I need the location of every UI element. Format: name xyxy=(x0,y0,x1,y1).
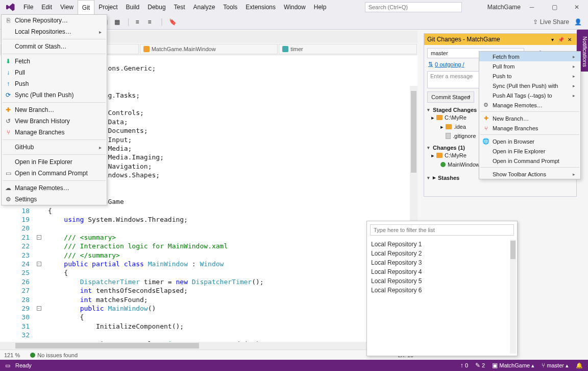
status-edits[interactable]: ✎ 2 xyxy=(475,362,485,369)
git-menu-commit-stash[interactable]: Commit or Stash… xyxy=(2,41,107,52)
status-repo[interactable]: ▣ MatchGame ▴ xyxy=(492,362,534,369)
git-menu-pull[interactable]: ↓Pull xyxy=(2,67,107,78)
ctx-manage-branches[interactable]: ⑂Manage Branches xyxy=(479,123,580,133)
nav-class-dropdown[interactable]: MatchGame.MainWindow xyxy=(140,44,278,54)
live-share-button[interactable]: ⇪ Live Share xyxy=(533,18,569,26)
git-more-context-menu: Fetch from▸ Pull from▸ Push to▸ Sync (Pu… xyxy=(479,51,581,179)
title-bar: FileEditViewGitProjectBuildDebugTestAnal… xyxy=(0,0,588,14)
repo-item[interactable]: Local Repository 3 xyxy=(370,259,514,268)
editor-status-bar: 121 % No issues found Ln: 16 xyxy=(0,350,418,360)
status-indicator-icon: ▭ xyxy=(5,362,10,369)
push-icon: ↑ xyxy=(5,80,12,87)
menu-help[interactable]: Help xyxy=(310,0,331,14)
toolbar-glyph-4[interactable]: ≡ xyxy=(148,18,155,26)
cs-file-icon xyxy=(440,162,446,167)
pull-icon: ↓ xyxy=(5,69,12,76)
git-menu-local-repos[interactable]: Local Repositories…▸ xyxy=(2,26,107,37)
bookmark-icon[interactable]: 🔖 xyxy=(169,18,176,26)
branches-icon: ⑂ xyxy=(482,125,489,132)
ctx-manage-remotes[interactable]: ⚙Manage Remotes… xyxy=(479,100,580,110)
ctx-open-browser[interactable]: 🌐Open in Browser xyxy=(479,136,580,146)
panel-close-icon[interactable]: ✕ xyxy=(566,36,573,43)
clone-icon: ⎘ xyxy=(5,17,12,24)
ctx-push-all-tags[interactable]: Push All Tags (--tags) to▸ xyxy=(479,90,580,100)
globe-icon: 🌐 xyxy=(482,138,489,145)
menu-tools[interactable]: Tools xyxy=(219,0,241,14)
local-repos-popup: Local Repository 1Local Repository 2Loca… xyxy=(366,221,518,356)
project-title: MatchGame xyxy=(487,4,521,11)
ctx-new-branch[interactable]: ✚New Branch… xyxy=(479,113,580,123)
new-branch-icon: ✚ xyxy=(5,106,12,113)
zoom-level[interactable]: 121 % xyxy=(4,352,20,358)
git-menu-new-branch[interactable]: ✚New Branch… xyxy=(2,104,107,115)
error-status[interactable]: No issues found xyxy=(30,352,78,358)
horizontal-scrollbar[interactable] xyxy=(0,342,418,350)
close-button[interactable]: ✕ xyxy=(566,0,588,14)
menu-analyze[interactable]: Analyze xyxy=(189,0,219,14)
file-icon xyxy=(446,133,451,139)
ctx-push-to[interactable]: Push to▸ xyxy=(479,71,580,81)
repo-item[interactable]: Local Repository 1 xyxy=(370,241,514,250)
maximize-button[interactable]: ▢ xyxy=(543,0,566,14)
menu-debug[interactable]: Debug xyxy=(143,0,169,14)
ctx-open-fe[interactable]: Open in File Explorer xyxy=(479,146,580,156)
git-menu-dropdown: ⎘Clone Repository… Local Repositories…▸ … xyxy=(1,14,107,205)
repo-filter-input[interactable] xyxy=(370,224,514,236)
git-menu-github[interactable]: GitHub▸ xyxy=(2,142,107,153)
git-menu-manage-branches[interactable]: ⑂Manage Branches xyxy=(2,127,107,138)
search-input[interactable] xyxy=(365,2,462,12)
vs-logo-icon xyxy=(5,2,16,13)
menu-git[interactable]: Git xyxy=(78,0,94,14)
menu-test[interactable]: Test xyxy=(170,0,189,14)
ctx-toolbar-actions[interactable]: Show Toolbar Actions▸ xyxy=(479,169,580,179)
panel-dropdown-icon[interactable]: ▾ xyxy=(549,36,556,43)
git-menu-push[interactable]: ↑Push xyxy=(2,78,107,89)
status-upload[interactable]: ↑ 0 xyxy=(460,362,468,369)
account-icon[interactable]: 👤 xyxy=(574,18,582,26)
menu-project[interactable]: Project xyxy=(94,0,121,14)
repo-popup-scrollbar[interactable] xyxy=(510,240,516,354)
remotes-icon: ☁ xyxy=(5,184,12,192)
status-branch[interactable]: ⑂ master ▴ xyxy=(542,362,569,369)
ctx-pull-from[interactable]: Pull from▸ xyxy=(479,61,580,71)
git-menu-manage-remotes[interactable]: ☁Manage Remotes… xyxy=(2,182,107,194)
git-menu-settings[interactable]: ⚙Settings xyxy=(2,194,107,205)
minimize-button[interactable]: ─ xyxy=(521,0,543,14)
repo-item[interactable]: Local Repository 2 xyxy=(370,250,514,259)
menu-edit[interactable]: Edit xyxy=(37,0,56,14)
git-menu-clone[interactable]: ⎘Clone Repository… xyxy=(2,15,107,26)
menu-file[interactable]: File xyxy=(19,0,37,14)
commit-staged-button[interactable]: Commit Staged xyxy=(427,91,474,103)
panel-pin-icon[interactable]: 📌 xyxy=(557,36,565,43)
folder-icon xyxy=(436,153,443,158)
repo-item[interactable]: Local Repository 5 xyxy=(370,277,514,287)
ctx-open-cmd[interactable]: Open in Command Prompt xyxy=(479,156,580,166)
ctx-sync-with[interactable]: Sync (Pull then Push) with▸ xyxy=(479,81,580,90)
menu-window[interactable]: Window xyxy=(280,0,310,14)
cmd-icon: ▭ xyxy=(5,170,12,177)
git-menu-fetch[interactable]: ⬇Fetch xyxy=(2,56,107,67)
fetch-icon: ⬇ xyxy=(5,58,12,65)
status-bell-icon[interactable]: 🔔 xyxy=(576,362,583,369)
git-menu-sync[interactable]: ⟳Sync (Pull then Push) xyxy=(2,89,107,101)
git-changes-titlebar[interactable]: Git Changes - MatchGame ▾ 📌 ✕ xyxy=(424,34,576,45)
sync-icon: ⟳ xyxy=(5,91,12,99)
repo-item[interactable]: Local Repository 6 xyxy=(370,287,514,296)
repo-item[interactable]: Local Repository 4 xyxy=(370,268,514,277)
ok-icon xyxy=(30,353,35,358)
folder-icon xyxy=(446,124,452,129)
new-branch-icon: ✚ xyxy=(482,115,489,122)
status-bar: ▭ Ready ↑ 0 ✎ 2 ▣ MatchGame ▴ ⑂ master ▴… xyxy=(0,360,588,371)
menu-view[interactable]: View xyxy=(56,0,78,14)
git-menu-branch-history[interactable]: ↺View Branch History xyxy=(2,115,107,127)
git-menu-open-cmd[interactable]: ▭Open in Command Prompt xyxy=(2,168,107,179)
menu-extensions[interactable]: Extensions xyxy=(241,0,280,14)
menu-build[interactable]: Build xyxy=(122,0,144,14)
nav-member-dropdown[interactable]: timer xyxy=(279,44,417,54)
toolbar-glyph-2[interactable]: ▦ xyxy=(114,18,121,26)
live-share-label: Live Share xyxy=(540,18,569,26)
toolbar-glyph-3[interactable]: ≡ xyxy=(136,18,143,26)
ctx-fetch-from[interactable]: Fetch from▸ xyxy=(479,52,580,61)
class-icon xyxy=(143,46,150,52)
git-menu-open-explorer[interactable]: Open in File Explorer xyxy=(2,156,107,168)
